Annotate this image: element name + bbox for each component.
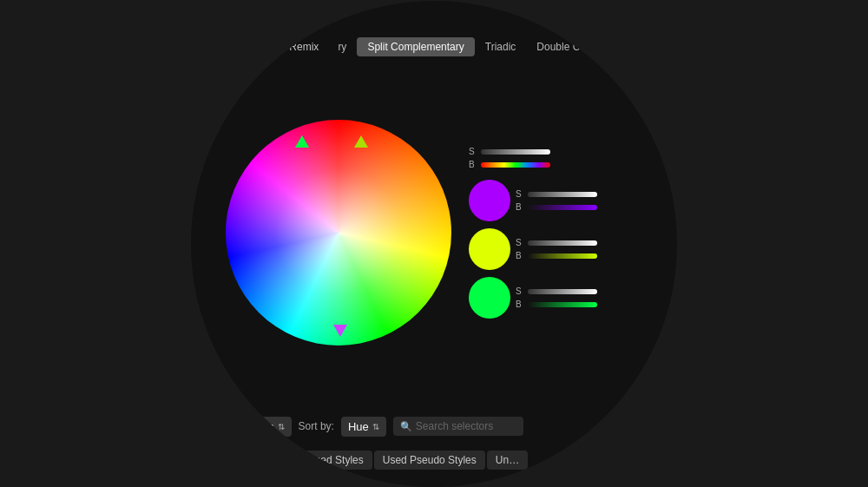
main-s-label: S [469, 147, 477, 156]
sort-value: Hue [348, 420, 369, 433]
green-s-row: S [516, 286, 597, 296]
swatch-row-green: S B [469, 277, 597, 319]
purple-s-slider[interactable] [528, 192, 597, 197]
color-wheel-wrapper[interactable] [217, 111, 460, 354]
bottom-bar: Colors ⇅ Sort by: Hue ⇅ 🔍 Search selecto… [234, 417, 677, 437]
colors-dropdown-arrow: ⇅ [278, 422, 285, 431]
tab-double-comple[interactable]: Double Comple… [526, 37, 629, 56]
yellow-s-row: S [516, 238, 597, 247]
marker-purple [333, 325, 347, 337]
purple-b-slider[interactable] [528, 205, 597, 210]
marker-green-left [295, 135, 309, 148]
style-tab-used[interactable]: ed Styles [226, 451, 286, 470]
yellow-b-label: B [516, 251, 524, 260]
swatch-row-purple: S B [469, 180, 597, 221]
main-area: S B S [217, 66, 677, 400]
style-tab-pseudo[interactable]: Used Pseudo Styles [374, 451, 485, 470]
sort-dropdown-arrow: ⇅ [372, 422, 379, 431]
main-s-slider[interactable] [481, 149, 550, 155]
green-s-label: S [516, 286, 524, 296]
marker-yellow [354, 135, 368, 148]
style-tabs: ed Styles Unused Styles Used Pseudo Styl… [226, 451, 677, 470]
inner-content: Hide Live Remix ry Split Complementary T… [191, 1, 677, 487]
purple-b-label: B [516, 202, 524, 212]
yellow-b-slider[interactable] [528, 253, 597, 259]
yellow-s-slider[interactable] [528, 240, 597, 246]
right-panel: S B S [469, 147, 597, 319]
swatch-yellow[interactable] [469, 228, 510, 270]
green-s-slider[interactable] [528, 289, 597, 294]
green-sliders: S B [516, 286, 597, 309]
green-b-slider[interactable] [528, 302, 597, 307]
main-b-label: B [469, 160, 477, 169]
main-b-row: B [469, 160, 550, 169]
main-s-row: S [469, 147, 550, 156]
colors-label: Colors [241, 420, 274, 433]
search-box[interactable]: 🔍 Search selectors [393, 417, 523, 436]
style-tab-unused[interactable]: Unused Styles [287, 451, 372, 470]
green-b-row: B [516, 299, 597, 309]
swatch-purple[interactable] [469, 180, 510, 221]
yellow-b-row: B [516, 251, 597, 260]
main-circle: Hide Live Remix ry Split Complementary T… [191, 1, 677, 487]
style-tab-more[interactable]: Un… [487, 451, 528, 470]
swatch-green[interactable] [469, 277, 510, 319]
purple-s-row: S [516, 189, 597, 199]
top-sliders: S B [469, 147, 550, 169]
colors-dropdown[interactable]: Colors ⇅ [234, 417, 292, 437]
purple-s-label: S [516, 189, 524, 199]
search-icon: 🔍 [400, 421, 412, 432]
tab-bar: Hide Live Remix ry Split Complementary T… [243, 37, 677, 56]
sort-label: Sort by: [299, 420, 334, 432]
search-placeholder: Search selectors [416, 420, 493, 432]
sort-dropdown[interactable]: Hue ⇅ [341, 417, 386, 437]
tab-ry[interactable]: ry [327, 37, 357, 56]
tab-triadic[interactable]: Triadic [475, 37, 527, 56]
main-b-slider[interactable] [481, 162, 550, 168]
green-b-label: B [516, 299, 524, 309]
swatch-row-yellow: S B [469, 228, 597, 270]
color-wheel[interactable] [226, 120, 451, 346]
hide-remix-label[interactable]: Hide Live Remix [243, 41, 319, 53]
tab-split-complementary[interactable]: Split Complementary [357, 37, 474, 56]
purple-b-row: B [516, 202, 597, 212]
yellow-s-label: S [516, 238, 524, 247]
purple-sliders: S B [516, 189, 597, 212]
yellow-sliders: S B [516, 238, 597, 260]
